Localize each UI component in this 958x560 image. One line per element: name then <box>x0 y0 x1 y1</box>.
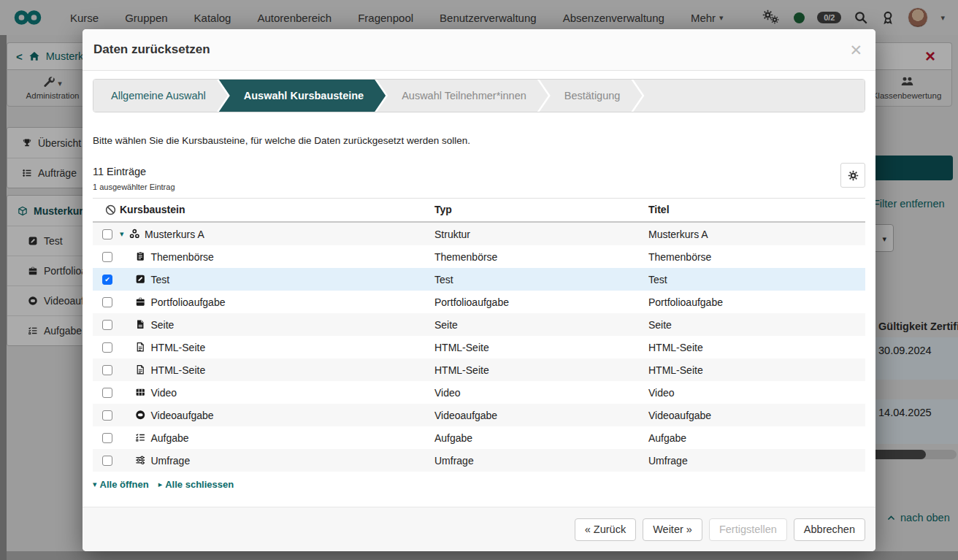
dialog-body: Allgemeine AuswahlAuswahl KursbausteineA… <box>83 71 875 507</box>
table-row-aufgabe[interactable]: AufgabeAufgabeAufgabe <box>93 426 865 449</box>
briefcase-icon <box>135 296 146 307</box>
close-all-label: Alle schliessen <box>165 479 234 490</box>
table-row-html-seite[interactable]: HTML-SeiteHTML-SeiteHTML-Seite <box>93 336 865 358</box>
row-name: Themenbörse <box>151 251 214 263</box>
film-icon <box>135 387 146 398</box>
row-checkbox[interactable] <box>102 229 112 239</box>
tree-controls: ▾Alle öffnen ▸Alle schliessen <box>93 479 865 490</box>
row-typ: HTML-Seite <box>434 342 648 353</box>
row-typ: Aufgabe <box>434 432 648 444</box>
wizard-steps: Allgemeine AuswahlAuswahl KursbausteineA… <box>93 79 865 112</box>
row-titel: Test <box>648 274 865 285</box>
row-checkbox[interactable] <box>102 433 112 443</box>
dialog-footer: « Zurück Weiter » Fertigstellen Abbreche… <box>83 507 875 551</box>
row-typ: Struktur <box>434 229 648 240</box>
structure-icon <box>129 229 140 239</box>
table-row-videoaufgabe[interactable]: VideoaufgabeVideoaufgabeVideoaufgabe <box>93 404 865 426</box>
row-titel: Themenbörse <box>648 251 865 263</box>
video-circle-icon <box>135 410 146 421</box>
reset-data-dialog: Daten zurücksetzen ✕ Allgemeine AuswahlA… <box>83 29 875 551</box>
table-body: ▾Musterkurs AStrukturMusterkurs AThemenb… <box>93 223 865 472</box>
column-header-titel[interactable]: Titel <box>648 204 865 215</box>
row-name: Portfolioaufgabe <box>151 296 226 308</box>
dialog-header: Daten zurücksetzen ✕ <box>83 29 875 71</box>
table-row-test[interactable]: TestTestTest <box>93 268 865 291</box>
table-settings-button[interactable] <box>840 163 865 188</box>
wizard-step-auswahl-kursbausteine[interactable]: Auswahl Kursbausteine <box>219 80 386 112</box>
page-icon <box>135 319 146 330</box>
row-titel: Seite <box>648 319 865 331</box>
row-checkbox[interactable] <box>102 320 112 330</box>
course-elements-table: Kursbaustein Typ Titel ▾Musterkurs AStru… <box>93 198 865 472</box>
pen-square-icon <box>135 274 146 285</box>
row-checkbox[interactable] <box>102 252 112 262</box>
caret-right-icon: ▸ <box>158 480 163 489</box>
row-titel: Umfrage <box>648 455 865 467</box>
ban-icon[interactable] <box>101 204 120 215</box>
wizard-steps-filler <box>633 80 865 112</box>
row-typ: Video <box>434 387 648 399</box>
task-list-icon <box>135 432 146 443</box>
caret-down-icon[interactable]: ▾ <box>120 229 124 239</box>
row-typ: Seite <box>434 319 648 331</box>
back-button[interactable]: « Zurück <box>575 518 636 541</box>
row-checkbox[interactable] <box>102 388 112 398</box>
file-lines-icon <box>135 364 146 375</box>
wizard-step-allgemeine-auswahl[interactable]: Allgemeine Auswahl <box>93 80 228 112</box>
row-typ: Themenbörse <box>434 251 648 263</box>
row-checkbox[interactable] <box>102 365 112 375</box>
row-typ: Test <box>434 274 648 285</box>
file-lines-icon <box>135 342 146 353</box>
clipboard-icon <box>135 251 146 262</box>
gear-icon <box>848 170 859 181</box>
row-checkbox[interactable] <box>102 456 112 466</box>
close-icon[interactable]: ✕ <box>849 42 862 58</box>
table-row-html-seite[interactable]: HTML-SeiteHTML-SeiteHTML-Seite <box>93 358 865 381</box>
entries-count: 11 Einträge <box>93 166 865 177</box>
row-titel: Video <box>648 387 865 399</box>
next-button[interactable]: Weiter » <box>643 518 702 541</box>
row-name: HTML-Seite <box>151 342 206 353</box>
cancel-button[interactable]: Abbrechen <box>794 518 865 541</box>
row-checkbox[interactable] <box>102 342 112 353</box>
row-typ: Umfrage <box>434 455 648 467</box>
table-header-row: Kursbaustein Typ Titel <box>93 198 865 223</box>
row-checkbox[interactable] <box>102 297 112 307</box>
row-titel: Portfolioaufgabe <box>648 296 865 308</box>
column-header-typ[interactable]: Typ <box>434 204 648 215</box>
wizard-step-auswahl-teilnehmer-innen[interactable]: Auswahl Teilnehmer*innen <box>377 80 548 112</box>
row-typ: Portfolioaufgabe <box>434 296 648 308</box>
open-all-label: Alle öffnen <box>100 479 149 490</box>
table-row-portfolioaufgabe[interactable]: PortfolioaufgabePortfolioaufgabePortfoli… <box>93 291 865 313</box>
table-meta: 11 Einträge 1 ausgewählter Eintrag <box>93 166 865 191</box>
table-row-seite[interactable]: SeiteSeiteSeite <box>93 313 865 336</box>
table-row-themenbörse[interactable]: ThemenbörseThemenbörseThemenbörse <box>93 245 865 268</box>
table-row-musterkurs-a[interactable]: ▾Musterkurs AStrukturMusterkurs A <box>93 223 865 245</box>
row-titel: HTML-Seite <box>648 364 865 376</box>
table-row-video[interactable]: VideoVideoVideo <box>93 381 865 404</box>
row-titel: Videoaufgabe <box>648 410 865 421</box>
row-name: Aufgabe <box>151 432 189 444</box>
row-name: Umfrage <box>151 455 191 467</box>
row-checkbox[interactable] <box>102 410 112 421</box>
instruction-text: Bitte wählen Sie die Kursbausteine, für … <box>93 135 865 146</box>
row-name: Test <box>151 274 170 285</box>
row-name: Videoaufgabe <box>151 410 214 421</box>
finish-button: Fertigstellen <box>709 518 787 541</box>
column-header-kursbaustein[interactable]: Kursbaustein <box>120 204 434 215</box>
dialog-title: Daten zurücksetzen <box>93 42 210 57</box>
table-row-umfrage[interactable]: UmfrageUmfrageUmfrage <box>93 449 865 472</box>
caret-down-icon: ▾ <box>93 480 97 489</box>
row-titel: Musterkurs A <box>648 229 865 240</box>
wizard-step-bestätigung[interactable]: Bestätigung <box>540 80 643 112</box>
open-all-link[interactable]: ▾Alle öffnen <box>93 479 149 490</box>
row-titel: HTML-Seite <box>648 342 865 353</box>
row-name: Seite <box>151 319 175 331</box>
sliders-icon <box>135 455 146 466</box>
row-name: HTML-Seite <box>151 364 206 376</box>
selected-count: 1 ausgewählter Eintrag <box>93 183 865 191</box>
row-typ: Videoaufgabe <box>434 410 648 421</box>
close-all-link[interactable]: ▸Alle schliessen <box>158 479 234 490</box>
row-checkbox[interactable] <box>102 275 112 285</box>
row-typ: HTML-Seite <box>434 364 648 376</box>
